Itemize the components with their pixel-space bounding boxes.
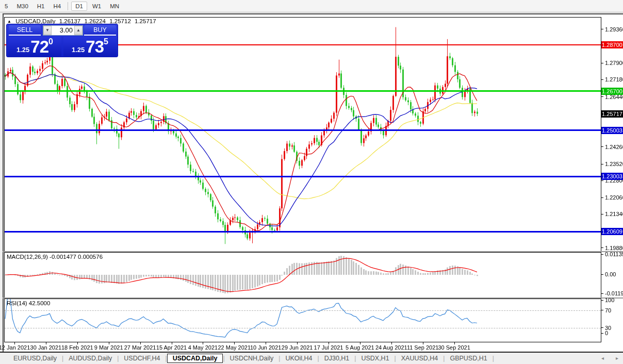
price-badge: 1.25717 bbox=[601, 110, 623, 118]
price-tick-dash bbox=[601, 63, 603, 63]
price-tick-label: 1.29360 bbox=[605, 26, 623, 32]
volume-decrease-button[interactable]: ▼ bbox=[43, 26, 52, 35]
horizontal-level-line[interactable] bbox=[5, 176, 601, 177]
tab-dj30-h1[interactable]: DJ30,H1 bbox=[319, 354, 355, 363]
date-tick bbox=[203, 342, 203, 344]
date-tick bbox=[109, 342, 109, 344]
date-label: 18 Feb 2021 bbox=[59, 344, 95, 351]
date-label: 27 Mar 2021 bbox=[122, 344, 158, 351]
tab-usdcad-daily[interactable]: USDCAD,Daily bbox=[167, 354, 223, 363]
close-value: 1.25717 bbox=[135, 18, 156, 24]
macd-tick-dash bbox=[601, 274, 603, 275]
date-label: 11 Sep 2021 bbox=[405, 344, 441, 351]
tabs-scroll-left-button[interactable]: ◂ bbox=[601, 355, 604, 361]
macd-tick-label: 0.00 bbox=[605, 271, 616, 277]
date-label: 15 Apr 2021 bbox=[154, 344, 190, 351]
date-tick bbox=[77, 342, 78, 344]
date-tick bbox=[423, 342, 423, 344]
tab-audusd-daily[interactable]: AUDUSD,Daily bbox=[63, 354, 117, 363]
date-label: 24 Aug 2021 bbox=[373, 344, 409, 351]
horizontal-level-line[interactable] bbox=[5, 231, 601, 233]
macd-tick-label: 0.01135 bbox=[605, 251, 623, 257]
price-tick-dash bbox=[601, 96, 603, 97]
tab-usdchf-h4[interactable]: USDCHF,H4 bbox=[119, 354, 165, 363]
volume-spinner: ▼ 3.00 ▲ bbox=[43, 25, 83, 36]
tab-eurusd-daily[interactable]: EURUSD,Daily bbox=[8, 354, 62, 363]
price-tick-label: 1.22060 bbox=[605, 194, 623, 201]
rsi-level-line bbox=[5, 310, 601, 311]
price-tick-dash bbox=[601, 214, 603, 214]
macd-tick-dash bbox=[601, 293, 603, 294]
trading-terminal: 5M30H1H4D1W1MN ▲ USDCAD,Daily 1.26137 1.… bbox=[0, 0, 623, 364]
horizontal-level-line[interactable] bbox=[5, 129, 601, 131]
rsi-tick-dash bbox=[601, 300, 603, 301]
symbol-tab-bar: EURUSD,Daily|AUDUSD,Daily|USDCHF,H4|USDC… bbox=[0, 352, 623, 364]
sell-button[interactable]: SELL bbox=[9, 25, 41, 36]
macd-label: MACD(12,26,9) -0.001477 0.000576 bbox=[7, 254, 103, 260]
buy-price-display[interactable]: 1.25 73 5 bbox=[63, 37, 117, 56]
macd-axis-tick: -0.01190 bbox=[601, 290, 623, 296]
tab-xauusd-h4[interactable]: XAUUSD,H4 bbox=[396, 354, 444, 363]
price-tick: 1.27900 bbox=[601, 60, 623, 66]
date-tick bbox=[329, 342, 329, 344]
price-tick: 1.24260 bbox=[601, 144, 623, 150]
price-tick-label: 1.27900 bbox=[605, 60, 623, 66]
buy-price-big: 73 bbox=[86, 38, 104, 55]
tab-usdcnh-daily[interactable]: USDCNH,Daily bbox=[225, 354, 279, 363]
tabs-scroll-right-button[interactable]: ▸ bbox=[616, 355, 618, 361]
rsi-level-line bbox=[5, 328, 601, 328]
price-tick: 1.19880 bbox=[601, 245, 623, 251]
rsi-axis-tick: 100 bbox=[601, 297, 614, 303]
macd-axis-tick: 0.00 bbox=[601, 271, 616, 277]
date-tick bbox=[266, 342, 266, 344]
date-label: 30 Jan 2021 bbox=[28, 344, 64, 351]
sell-price-display[interactable]: 1.25 72 0 bbox=[8, 37, 61, 56]
price-tick-label: 1.23520 bbox=[605, 161, 623, 167]
price-tick-label: 1.27180 bbox=[605, 76, 623, 82]
date-label: 17 Jul 2021 bbox=[310, 344, 347, 351]
date-tick bbox=[140, 342, 141, 344]
buy-button[interactable]: BUY bbox=[84, 25, 116, 36]
date-tick bbox=[297, 342, 298, 344]
date-label: 5 Aug 2021 bbox=[342, 344, 378, 351]
price-tick-dash bbox=[601, 146, 603, 147]
sell-price-big: 72 bbox=[30, 38, 48, 55]
rsi-tick-dash bbox=[601, 310, 603, 310]
date-label: 9 Mar 2021 bbox=[91, 344, 127, 351]
macd-splitter[interactable] bbox=[3, 251, 623, 252]
price-tick-dash bbox=[601, 197, 603, 198]
price-badge: 1.20609 bbox=[601, 228, 623, 235]
volume-field[interactable]: 3.00 bbox=[52, 26, 74, 35]
price-tick: 1.27180 bbox=[601, 76, 623, 82]
rsi-tick-label: 100 bbox=[605, 297, 614, 303]
rsi-tick-dash bbox=[601, 327, 603, 328]
rsi-axis-tick: 0 bbox=[601, 330, 608, 336]
rsi-axis-tick: 70 bbox=[601, 307, 611, 313]
collapse-trade-panel-icon[interactable]: ▲ bbox=[7, 19, 11, 24]
date-tick bbox=[454, 342, 455, 344]
date-tick bbox=[172, 342, 172, 344]
price-badge: 1.26700 bbox=[601, 88, 623, 95]
date-tick bbox=[14, 342, 15, 344]
one-click-trade-panel: SELL ▼ 3.00 ▲ BUY 1.25 72 0 1.25 73 5 bbox=[6, 24, 118, 57]
date-label: 10 Jun 2021 bbox=[248, 344, 284, 351]
volume-increase-button[interactable]: ▲ bbox=[74, 26, 83, 35]
rsi-splitter[interactable] bbox=[3, 297, 623, 299]
price-tick: 1.29360 bbox=[601, 26, 623, 32]
tab-gbpusd-h1[interactable]: GBPUSD,H1 bbox=[445, 354, 492, 363]
macd-axis-tick: 0.01135 bbox=[601, 251, 623, 257]
date-label: 4 May 2021 bbox=[185, 344, 221, 351]
tab-separator: | bbox=[493, 355, 494, 362]
date-tick bbox=[360, 342, 360, 344]
rsi-panel-border bbox=[4, 299, 601, 342]
price-tick-label: 1.24260 bbox=[605, 144, 623, 150]
price-tick-dash bbox=[601, 29, 603, 29]
tab-ukoil-h4[interactable]: UKOil,H4 bbox=[280, 354, 317, 363]
horizontal-level-line[interactable] bbox=[5, 90, 601, 92]
date-tick bbox=[391, 342, 392, 344]
rsi-tick-dash bbox=[601, 333, 603, 334]
price-tick-dash bbox=[601, 164, 603, 164]
price-tick-label: 1.21340 bbox=[605, 211, 623, 217]
tab-usdx-h1[interactable]: USDX,H1 bbox=[356, 354, 394, 363]
price-tick: 1.23520 bbox=[601, 161, 623, 167]
